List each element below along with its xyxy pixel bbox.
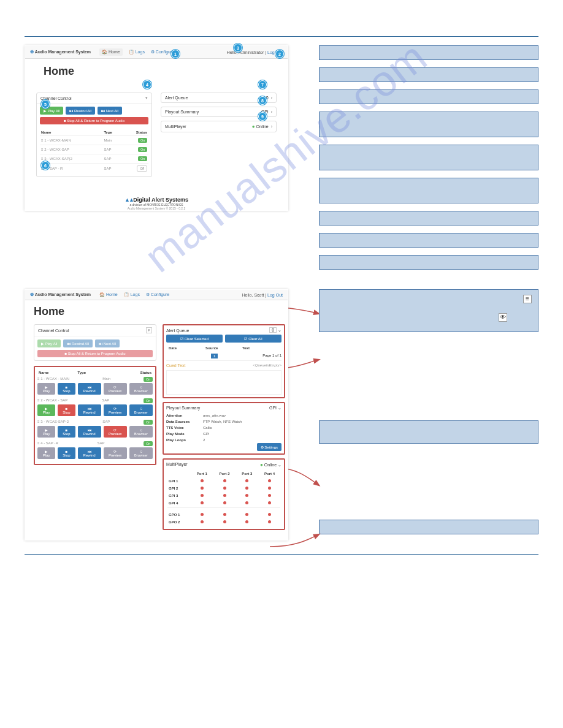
callout-1: 1 bbox=[171, 50, 180, 58]
page-footer-rule bbox=[25, 554, 538, 566]
anno-box bbox=[319, 339, 538, 413]
list-item: ≡ 2 - WCAX - SAPSAPOn ▶ Play ■ Stop ⏮ Re… bbox=[37, 397, 153, 416]
annotation-column-1 bbox=[319, 45, 538, 277]
row-preview[interactable]: ⟳ Preview bbox=[104, 426, 127, 438]
multiplayer-expanded: MultiPlayer ● Online ⌄ Port 1 Port 2 Por… bbox=[163, 458, 285, 530]
rewind-all-button[interactable]: ⏮ Rewind All bbox=[66, 107, 95, 115]
anno-box bbox=[319, 89, 538, 104]
status-toggle[interactable]: On bbox=[144, 420, 153, 425]
logout-link[interactable]: Log Out bbox=[267, 293, 283, 297]
queue-empty-text: <QueueIsEmpty> bbox=[253, 363, 282, 367]
chevron-down-icon[interactable]: ⌄ bbox=[278, 328, 282, 332]
row-stop[interactable]: ■ Stop bbox=[58, 447, 75, 459]
status-toggle[interactable]: On bbox=[144, 377, 153, 382]
chevron-down-icon[interactable]: ⌄ bbox=[278, 406, 282, 410]
anno-box bbox=[319, 420, 538, 444]
row-browser[interactable]: ♫ Browser bbox=[129, 447, 153, 459]
stop-all-button[interactable]: ■ Stop All & Return to Program Audio bbox=[40, 117, 148, 124]
callout-7: 7 bbox=[258, 80, 267, 89]
row-stop[interactable]: ■ Stop bbox=[58, 383, 75, 395]
row-preview[interactable]: ⟳ Preview bbox=[104, 447, 127, 459]
status-toggle[interactable]: On bbox=[144, 398, 153, 403]
rewind-all-button[interactable]: ⏮ Rewind All bbox=[63, 339, 93, 347]
anno-box bbox=[319, 45, 538, 60]
callout-6: 6 bbox=[41, 161, 50, 170]
anno-box bbox=[319, 145, 538, 170]
anno-box: ≡ 👁 bbox=[319, 289, 538, 332]
nav-home[interactable]: 🏠 Home bbox=[99, 292, 118, 297]
status-toggle[interactable]: On bbox=[138, 138, 147, 143]
next-all-button[interactable]: ⏭ Next All bbox=[95, 339, 120, 347]
status-toggle[interactable]: On bbox=[144, 441, 153, 446]
alert-queue-expanded: Alert Queue 0 ⌄ ☑ Clear Selected ☑ Clear… bbox=[163, 324, 285, 398]
chevron-down-icon[interactable]: ⌄ bbox=[278, 463, 282, 467]
callout-9: 9 bbox=[258, 112, 267, 121]
status-dot-icon bbox=[201, 479, 204, 482]
anno-box bbox=[319, 520, 538, 534]
row-play[interactable]: ▶ Play bbox=[37, 447, 55, 459]
anno-box bbox=[319, 112, 538, 137]
brand-logo: Audio Management System bbox=[30, 292, 91, 297]
online-dot-icon: ● bbox=[252, 124, 255, 129]
table-row: ≡ 3 - WCAX-SAP|2SAPOn bbox=[40, 154, 148, 164]
list-item: ≡ 3 - WCAS-SAP-2SAPOn ▶ Play ■ Stop ⏮ Re… bbox=[37, 419, 153, 438]
anno-box bbox=[319, 233, 538, 248]
row-stop[interactable]: ■ Stop bbox=[58, 404, 75, 416]
row-preview[interactable]: ⟳ Preview bbox=[104, 383, 127, 395]
row-preview[interactable]: ⟳ Preview bbox=[104, 404, 127, 416]
nav-home[interactable]: 🏠 Home bbox=[99, 48, 123, 56]
chevron-right-icon: › bbox=[271, 110, 272, 114]
play-all-button[interactable]: ▶ Play All bbox=[37, 339, 61, 347]
row-rewind[interactable]: ⏮ Rewind bbox=[78, 404, 101, 416]
row-rewind[interactable]: ⏮ Rewind bbox=[78, 426, 101, 438]
anno-box bbox=[319, 211, 538, 226]
row-browser[interactable]: ♫ Browser bbox=[129, 383, 153, 395]
row-browser[interactable]: ♫ Browser bbox=[129, 426, 153, 438]
list-item: ≡ 4 - SAP -RSAPOn ▶ Play ■ Stop ⏮ Rewind… bbox=[37, 440, 153, 459]
anno-box bbox=[319, 67, 538, 82]
table-row: ≡ 1 - WCAX-MAINMainOn bbox=[40, 136, 148, 145]
panel-collapse-icon[interactable]: ▾ bbox=[145, 96, 148, 100]
callout-2: 2 bbox=[275, 50, 284, 58]
col-type: Type bbox=[102, 129, 123, 136]
table-row: ≡ 4 - SAP - RSAPOff bbox=[40, 164, 148, 174]
status-toggle[interactable]: Off bbox=[137, 165, 147, 172]
row-rewind[interactable]: ⏮ Rewind bbox=[78, 447, 101, 459]
status-toggle[interactable]: On bbox=[138, 156, 147, 161]
anno-box bbox=[319, 451, 538, 512]
row-rewind[interactable]: ⏮ Rewind bbox=[78, 383, 101, 395]
nav-logs[interactable]: 📋 Logs bbox=[124, 292, 140, 297]
panel-collapse-icon[interactable]: ▾ bbox=[146, 327, 152, 333]
multiplayer-row[interactable]: MultiPlayer ● Online › bbox=[161, 121, 277, 132]
next-all-button[interactable]: ⏭ Next All bbox=[98, 107, 122, 115]
page-header-rule bbox=[25, 18, 538, 37]
list-item: ≡ 1 - WCAX - MAINMainOn ▶ Play ■ Stop ⏮ … bbox=[37, 376, 153, 395]
page-indicator[interactable]: 1 bbox=[211, 354, 218, 358]
nav-logs[interactable]: 📋 Logs bbox=[129, 50, 145, 55]
footer-brand: Digital Alert Systems a division of MONR… bbox=[25, 197, 288, 210]
anno-box bbox=[319, 255, 538, 270]
clear-selected-button[interactable]: ☑ Clear Selected bbox=[166, 335, 223, 343]
cued-text-label: Cued Text bbox=[166, 363, 185, 368]
chevron-right-icon: › bbox=[271, 96, 272, 100]
row-stop[interactable]: ■ Stop bbox=[58, 426, 75, 438]
row-play[interactable]: ▶ Play bbox=[37, 426, 55, 438]
stop-all-button[interactable]: ■ Stop All & Return to Program Audio bbox=[37, 350, 153, 357]
annotation-column-2: ≡ 👁 bbox=[319, 289, 538, 542]
cued-text-area[interactable] bbox=[166, 370, 282, 395]
brand-logo: Audio Management System bbox=[30, 50, 91, 55]
row-play[interactable]: ▶ Play bbox=[37, 404, 55, 416]
row-browser[interactable]: ♫ Browser bbox=[129, 404, 153, 416]
settings-button[interactable]: ⚙ Settings bbox=[257, 443, 282, 451]
user-greeting: Hello, Scott | Log Out bbox=[242, 293, 283, 297]
table-row: ≡ 2 - WCAX-SAPSAPOn bbox=[40, 145, 148, 154]
channel-control-panel: Channel Control ▾ ▶ Play All ⏮ Rewind Al… bbox=[34, 324, 156, 361]
callout-5: 5 bbox=[41, 100, 50, 108]
row-play[interactable]: ▶ Play bbox=[37, 383, 55, 395]
clear-all-button[interactable]: ☑ Clear All bbox=[225, 335, 282, 343]
status-toggle[interactable]: On bbox=[138, 147, 147, 152]
navbar: Audio Management System 🏠 Home 📋 Logs ⚙ … bbox=[25, 290, 288, 300]
callout-4: 4 bbox=[143, 80, 151, 89]
nav-configure[interactable]: ⚙ Configure bbox=[146, 292, 169, 297]
eye-icon: 👁 bbox=[499, 313, 507, 322]
